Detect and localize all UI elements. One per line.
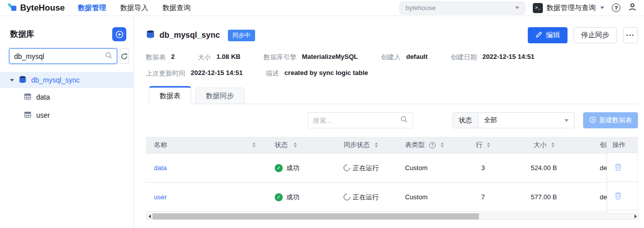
info-value: MaterializeMySQL <box>302 53 358 62</box>
scroll-left-arrow[interactable] <box>146 213 152 219</box>
search-icon <box>105 52 112 61</box>
navbar-right: bytehouse >_ 数据管理与查询 ? <box>399 2 637 15</box>
table-search-box <box>307 112 413 128</box>
caret-expanded-icon[interactable] <box>10 79 14 82</box>
sort-icon[interactable] <box>253 142 256 147</box>
status-text: 成功 <box>286 193 299 202</box>
table-type: Custom <box>405 164 428 172</box>
primary-nav: 数据管理 数据导入 数据查询 <box>78 4 191 13</box>
tree-node-database-label: db_mysql_sync <box>31 76 80 84</box>
table-name-link[interactable]: user <box>154 193 167 201</box>
status-filter-select[interactable]: 全部 <box>478 113 574 128</box>
scrollbar-track[interactable] <box>152 213 632 219</box>
table-size: 524.00 B <box>531 164 557 172</box>
row-count: 7 <box>481 193 485 201</box>
table-search-input[interactable] <box>313 117 400 124</box>
table-name-link[interactable]: data <box>154 164 167 172</box>
sort-icon[interactable] <box>441 142 444 147</box>
nav-item-data-management[interactable]: 数据管理 <box>78 4 106 13</box>
success-check-icon: ✓ <box>275 193 283 201</box>
horizontal-scrollbar[interactable] <box>146 213 639 220</box>
nav-item-data-query[interactable]: 数据查询 <box>163 4 191 13</box>
info-value: 2 <box>171 53 175 62</box>
table-icon <box>24 111 31 120</box>
sort-icon[interactable] <box>375 142 378 147</box>
nav-item-data-import[interactable]: 数据导入 <box>120 4 148 13</box>
chevron-down-icon <box>515 7 519 9</box>
table-row: user ✓成功 正在运行 Custom 7 577.00 B default <box>146 183 607 212</box>
table-creator: default <box>600 193 607 201</box>
info-label: 描述 <box>266 69 279 78</box>
ellipsis-icon: ··· <box>626 31 635 39</box>
info-label: 创建人 <box>381 53 400 62</box>
row-count: 3 <box>481 164 485 172</box>
user-icon[interactable] <box>628 3 637 14</box>
sidebar-search-row <box>0 48 133 64</box>
table-scroll-region: 名称 状态 同步状态 表类型? 行 大小 创建人 data ✓成功 正在运行 C… <box>146 137 607 212</box>
question-circle-icon[interactable]: ? <box>429 142 436 148</box>
sort-icon[interactable] <box>487 142 490 147</box>
console-menu[interactable]: >_ 数据管理与查询 <box>533 3 604 13</box>
sync-status-text: 正在运行 <box>353 164 379 173</box>
tab-data-sync[interactable]: 数据同步 <box>195 88 245 104</box>
table-header-row: 名称 状态 同步状态 表类型? 行 大小 创建人 <box>146 137 607 154</box>
tab-data-tables[interactable]: 数据表 <box>149 86 191 104</box>
plus-circle-icon <box>589 116 596 125</box>
info-row-1: 数据表2 大小1.08 KB 数据库引擎MaterializeMySQL 创建人… <box>146 53 638 61</box>
delete-table-button[interactable] <box>614 192 622 200</box>
scroll-right-arrow[interactable] <box>632 213 638 219</box>
info-label: 上次更新时间 <box>146 69 185 78</box>
scrollbar-thumb[interactable] <box>152 213 479 219</box>
database-sidebar: 数据库 <box>0 16 134 228</box>
database-tree: db_mysql_sync data user <box>0 72 133 124</box>
info-label: 数据表 <box>146 53 166 62</box>
chevron-down-icon <box>565 119 569 122</box>
header-actions: 编辑 停止同步 ··· <box>528 27 638 43</box>
more-actions-button[interactable]: ··· <box>623 27 638 43</box>
edit-button[interactable]: 编辑 <box>528 27 568 43</box>
column-header-name: 名称 <box>154 140 167 149</box>
help-icon[interactable]: ? <box>612 4 620 12</box>
info-label: 大小 <box>198 53 211 62</box>
sidebar-search-input-wrap <box>9 48 117 64</box>
refresh-button[interactable] <box>120 48 129 64</box>
loading-spinner-icon <box>342 192 351 201</box>
info-value: 2022-12-15 14:51 <box>191 69 243 78</box>
info-row-2: 上次更新时间2022-12-15 14:51 描述created by sync… <box>146 69 638 78</box>
main-content: db_mysql_sync 同步中 编辑 停止同步 ··· 数据表2 大小1.0… <box>134 16 644 228</box>
workspace-select[interactable]: bytehouse <box>399 2 525 15</box>
tree-node-table-label: user <box>36 111 50 119</box>
tables-list: 名称 状态 同步状态 表类型? 行 大小 创建人 data ✓成功 正在运行 C… <box>146 137 638 212</box>
delete-table-button[interactable] <box>614 163 622 171</box>
tree-node-database[interactable]: db_mysql_sync <box>0 72 133 88</box>
brand-logo[interactable]: ByteHouse <box>7 2 65 15</box>
stop-sync-button[interactable]: 停止同步 <box>574 27 617 43</box>
status-filter-label: 状态 <box>453 113 478 128</box>
chevron-down-icon <box>600 7 604 9</box>
sidebar-title: 数据库 <box>10 29 34 40</box>
column-header-creator: 创建人 <box>600 140 607 149</box>
tree-node-table-user[interactable]: user <box>0 106 133 124</box>
stop-sync-button-label: 停止同步 <box>581 31 609 40</box>
column-header-sync-status: 同步状态 <box>344 140 370 149</box>
column-header-actions: 操作 <box>607 137 637 153</box>
database-search-input[interactable] <box>14 52 105 60</box>
tree-node-table-label: data <box>36 93 50 101</box>
sync-status-text: 正在运行 <box>353 193 379 202</box>
table-creator: default <box>600 164 607 172</box>
column-header-status: 状态 <box>275 140 288 149</box>
info-value: 2022-12-15 14:51 <box>482 53 534 62</box>
workspace-select-value: bytehouse <box>406 4 436 12</box>
loading-spinner-icon <box>342 163 351 172</box>
create-table-button[interactable]: 新建数据表 <box>583 112 638 128</box>
table-row: data ✓成功 正在运行 Custom 3 524.00 B default <box>146 154 607 183</box>
sort-icon[interactable] <box>551 142 554 147</box>
info-value: 1.08 KB <box>216 53 240 62</box>
sort-icon[interactable] <box>294 142 297 147</box>
detail-tabs: 数据表 数据同步 <box>146 86 638 104</box>
info-value: default <box>406 53 428 62</box>
database-detail-header: db_mysql_sync 同步中 编辑 停止同步 ··· <box>146 27 638 43</box>
add-database-button[interactable] <box>112 27 126 41</box>
table-toolbar: 状态 全部 新建数据表 <box>146 112 638 128</box>
tree-node-table-data[interactable]: data <box>0 88 133 106</box>
